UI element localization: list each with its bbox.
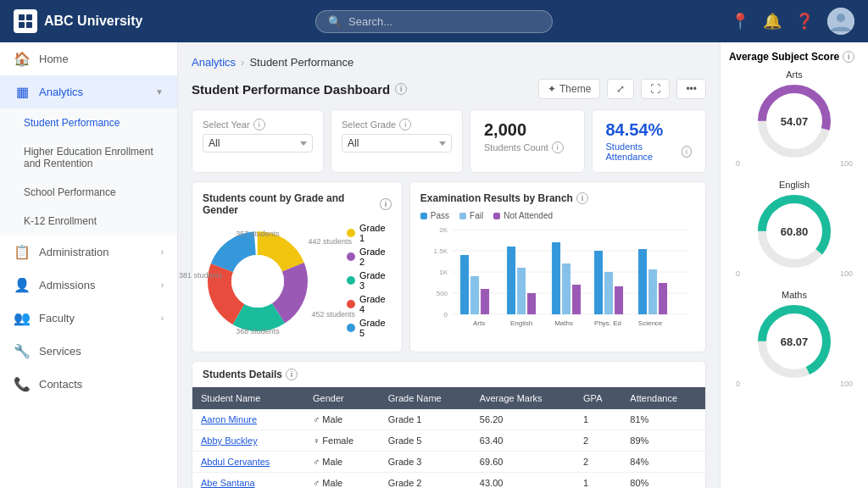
more-button[interactable]: ••• (676, 79, 706, 99)
brand-logo[interactable]: ABC University (14, 9, 294, 33)
chevron-right-icon-fac: › (161, 313, 164, 323)
students-count-info-icon[interactable]: i (552, 141, 564, 153)
svg-text:Science: Science (638, 319, 663, 327)
attendance-value: 84.54% (606, 120, 693, 140)
svg-rect-26 (507, 247, 515, 314)
svg-rect-24 (481, 289, 489, 314)
home-icon: 🏠 (14, 51, 31, 67)
breadcrumb: Analytics › Student Performance (192, 56, 706, 69)
legend-grade3-label: Grade 3 (359, 270, 392, 291)
table-header-row: Student Name Gender Grade Name Average M… (192, 387, 705, 409)
right-panel-title: Average Subject Score i (729, 51, 860, 63)
search-input[interactable] (348, 15, 540, 28)
grade-filter-select[interactable]: All Grade 1 Grade 2 Grade 3 Grade 4 Grad… (342, 134, 452, 152)
gauge-scale: 0 100 (729, 380, 860, 388)
help-icon[interactable]: ❓ (795, 12, 814, 30)
gauge-svg: 60.80 (756, 193, 832, 269)
theme-button[interactable]: ✦ Theme (538, 79, 600, 99)
breadcrumb-parent[interactable]: Analytics (192, 56, 236, 69)
cell-name[interactable]: Abdul Cervantes (192, 452, 304, 473)
cell-marks: 56.20 (471, 409, 575, 430)
cell-name[interactable]: Abe Santana (192, 473, 304, 489)
cell-name[interactable]: Abby Buckley (192, 430, 304, 452)
table-card-header: Students Details i (192, 362, 705, 387)
svg-rect-39 (648, 269, 657, 314)
sidebar-item-admissions[interactable]: 👤 Admissions › (0, 269, 177, 302)
legend-grade5-dot (347, 324, 355, 332)
legend-grade3-dot (347, 276, 355, 285)
sidebar-label-contacts: Contacts (39, 378, 164, 391)
table-row: Aaron Minure ♂ Male Grade 1 56.20 1 81% (192, 409, 705, 430)
attendance-info-icon[interactable]: i (682, 146, 692, 158)
col-header-marks: Average Marks (471, 387, 575, 409)
location-icon[interactable]: 📍 (731, 12, 749, 30)
table-row: Abby Buckley ♀ Female Grade 5 63.40 2 89… (192, 430, 705, 452)
cell-gender: ♂ Male (304, 473, 380, 489)
cell-gender: ♀ Female (304, 430, 380, 452)
gauge-min: 0 (736, 159, 740, 168)
table-title: Students Details (203, 369, 282, 380)
title-info-icon[interactable]: i (395, 83, 407, 95)
attendance-card: 84.54% Students Attendance i (592, 109, 707, 173)
sidebar-sub-item-school-perf[interactable]: School Performance (0, 178, 177, 207)
svg-text:1K: 1K (439, 269, 448, 276)
svg-rect-23 (470, 276, 479, 314)
sidebar-sub-item-student-performance[interactable]: Student Performance (0, 108, 177, 137)
bar-info-icon[interactable]: i (576, 192, 588, 204)
legend-grade5-label: Grade 5 (359, 318, 392, 338)
sidebar-sub-item-higher-ed[interactable]: Higher Education Enrollment and Rententi… (0, 137, 177, 178)
grade-info-icon[interactable]: i (399, 119, 411, 130)
sidebar-item-services[interactable]: 🔧 Services (0, 335, 177, 368)
dashboard-title: Student Performance Dashboard i (192, 82, 407, 97)
share-icon: ⤢ (616, 83, 625, 95)
col-header-attendance: Attendance (621, 387, 705, 409)
share-button[interactable]: ⤢ (607, 79, 634, 99)
year-info-icon[interactable]: i (253, 119, 265, 130)
table-info-icon[interactable]: i (286, 369, 298, 380)
expand-icon: ⛶ (650, 83, 660, 95)
right-panel: Average Subject Score i Arts 54.07 0 100… (720, 42, 868, 488)
services-icon: 🔧 (14, 343, 31, 359)
svg-text:54.07: 54.07 (781, 115, 809, 128)
donut-bottom-right-label: 452 students (311, 310, 355, 319)
gauge-min: 0 (736, 380, 740, 388)
avatar[interactable] (827, 8, 854, 35)
svg-text:500: 500 (437, 290, 448, 297)
gauge-svg-container: 54.07 (729, 83, 860, 159)
cell-marks: 43.00 (471, 473, 575, 489)
expand-button[interactable]: ⛶ (641, 79, 670, 99)
sidebar-sub-item-k12[interactable]: K-12 Enrollment (0, 207, 177, 236)
gauge-items: Arts 54.07 0 100 English 60.80 0 100 Mat… (729, 69, 860, 388)
donut-info-icon[interactable]: i (380, 198, 392, 210)
svg-rect-34 (594, 251, 603, 314)
sidebar-label-services: Services (39, 345, 164, 358)
analytics-icon: ▦ (14, 84, 31, 100)
sidebar-item-contacts[interactable]: 📞 Contacts (0, 368, 177, 401)
year-filter-select[interactable]: All 2022 2023 2024 (203, 134, 313, 152)
sidebar-item-administration[interactable]: 📋 Administration › (0, 236, 177, 269)
students-count-value: 2,000 (484, 120, 570, 140)
sidebar-item-faculty[interactable]: 👥 Faculty › (0, 302, 177, 335)
search-box[interactable]: 🔍 (315, 10, 553, 33)
cell-gender: ♂ Male (304, 409, 380, 430)
contacts-icon: 📞 (14, 376, 31, 392)
svg-rect-38 (638, 249, 647, 314)
sidebar-item-analytics[interactable]: ▦ Analytics ▼ (0, 75, 177, 108)
sidebar-item-home[interactable]: 🏠 Home (0, 42, 177, 75)
col-header-gpa: GPA (575, 387, 621, 409)
svg-point-5 (837, 14, 845, 22)
donut-chart-title: Students count by Grade and Gender i (203, 192, 392, 216)
gauge-item: English 60.80 0 100 (729, 180, 860, 278)
cell-name[interactable]: Aaron Minure (192, 409, 304, 430)
sidebar-label-home: Home (39, 53, 164, 65)
donut-left-label: 381 students (179, 271, 223, 280)
legend-grade2: Grade 2 (347, 247, 392, 267)
legend-fail-label: Fail (470, 211, 483, 220)
gauge-info-icon[interactable]: i (843, 51, 854, 63)
cell-grade: Grade 1 (380, 409, 471, 430)
donut-top-label: 357 students (236, 230, 280, 238)
bar-chart-title: Examination Results by Branch i (420, 192, 695, 204)
bell-icon[interactable]: 🔔 (763, 12, 782, 30)
faculty-icon: 👥 (14, 310, 31, 326)
donut-bottom-label: 368 students (236, 327, 280, 336)
